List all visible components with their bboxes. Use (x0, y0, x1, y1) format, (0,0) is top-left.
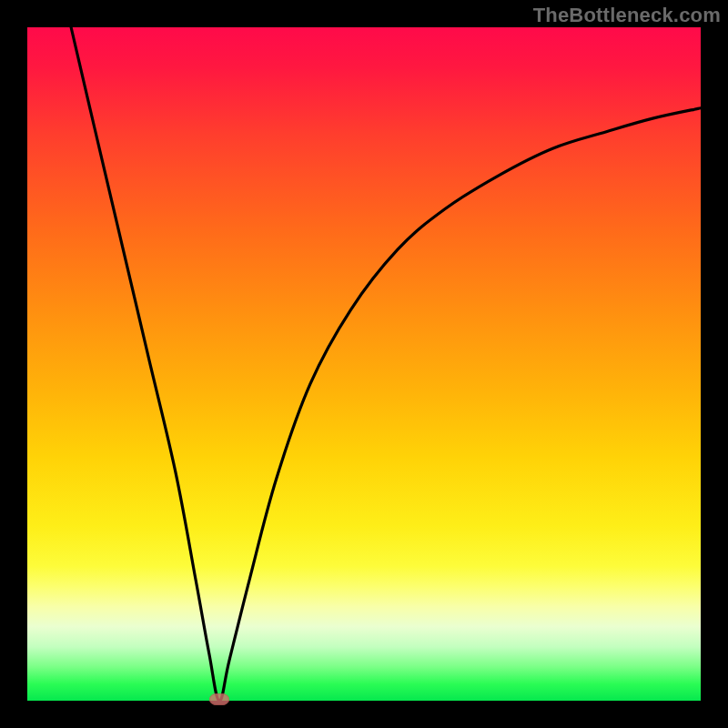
plot-area (27, 27, 701, 701)
watermark-text: TheBottleneck.com (533, 4, 721, 27)
bottleneck-curve (27, 27, 701, 701)
curve-path (71, 27, 701, 701)
minimum-marker (209, 693, 229, 705)
chart-frame: TheBottleneck.com (0, 0, 728, 728)
